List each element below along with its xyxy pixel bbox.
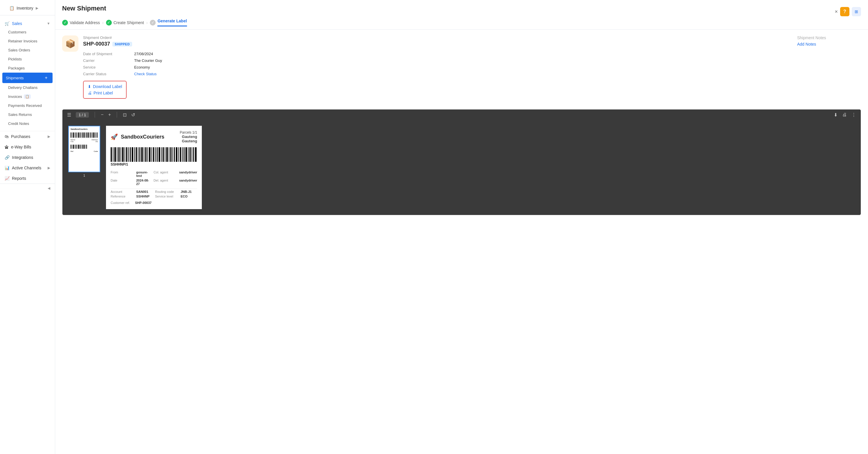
svg-rect-8 bbox=[81, 132, 81, 138]
carrier-label: Carrier bbox=[83, 58, 129, 63]
sidebar-item-delivery-challans[interactable]: Delivery Challans bbox=[0, 83, 55, 92]
pdf-more-button[interactable]: ⋮ bbox=[851, 112, 856, 118]
integrations-icon: 🔗 bbox=[5, 155, 9, 160]
active-channels-icon: 📊 bbox=[5, 165, 9, 170]
sidebar-item-sales[interactable]: 🛒 Sales ▼ bbox=[0, 18, 55, 28]
step-create-check-icon: ✓ bbox=[106, 20, 112, 26]
sidebar-item-integrations[interactable]: 🔗 Integrations bbox=[0, 152, 55, 163]
date-value: 27/08/2024 bbox=[134, 52, 791, 56]
close-button[interactable]: × bbox=[835, 9, 838, 15]
svg-rect-19 bbox=[96, 132, 96, 138]
courier-icon: 🚀 bbox=[111, 133, 118, 140]
sidebar-item-retainer-invoices[interactable]: Retainer Invoices bbox=[0, 37, 55, 46]
svg-rect-37 bbox=[117, 147, 117, 162]
sidebar-item-invoices[interactable]: Invoices 📋 bbox=[0, 92, 55, 101]
svg-rect-59 bbox=[159, 147, 160, 162]
svg-rect-36 bbox=[115, 147, 116, 162]
sidebar-item-shipments[interactable]: Shipments + bbox=[2, 72, 53, 83]
svg-rect-41 bbox=[125, 147, 125, 162]
svg-rect-35 bbox=[113, 147, 113, 162]
pdf-main-label: 🚀 SandboxCouriers Parcels 1/1 Gauteng Ga… bbox=[106, 126, 202, 209]
pdf-fit-button[interactable]: ⊡ bbox=[123, 112, 127, 118]
svg-rect-25 bbox=[76, 145, 76, 149]
inventory-label: Inventory bbox=[17, 6, 33, 10]
add-shipment-button[interactable]: + bbox=[43, 75, 49, 81]
svg-rect-66 bbox=[173, 147, 173, 162]
pdf-rotate-button[interactable]: ↺ bbox=[131, 112, 135, 118]
print-label-button[interactable]: 🖨 Print Label bbox=[88, 91, 122, 95]
pdf-print-button[interactable]: 🖨 bbox=[842, 112, 847, 117]
svg-rect-43 bbox=[128, 147, 129, 162]
pdf-thumbnail[interactable]: SandboxCouriers bbox=[68, 126, 100, 172]
svg-rect-12 bbox=[86, 132, 87, 138]
svg-rect-52 bbox=[145, 147, 146, 162]
sidebar-item-reports[interactable]: 📈 Reports bbox=[0, 173, 55, 184]
purchases-icon: 🛍 bbox=[5, 134, 9, 139]
sidebar-item-sales-returns[interactable]: Sales Returns bbox=[0, 110, 55, 119]
help-button[interactable]: ? bbox=[840, 7, 849, 16]
svg-rect-30 bbox=[82, 145, 83, 149]
thumb-footer: RefCode bbox=[70, 150, 98, 152]
pdf-menu-button[interactable]: ☰ bbox=[67, 112, 71, 118]
grid-button[interactable]: ⊞ bbox=[852, 7, 861, 16]
sidebar-item-purchases[interactable]: 🛍 Purchases ▶ bbox=[0, 131, 55, 142]
step-generate-label[interactable]: ✓ Generate Label bbox=[150, 16, 187, 29]
sidebar-item-picklists[interactable]: Picklists bbox=[0, 55, 55, 64]
step-create-shipment[interactable]: ✓ Create Shipment bbox=[106, 17, 144, 28]
sales-arrow-icon: ▼ bbox=[47, 22, 50, 26]
page-title: New Shipment bbox=[62, 5, 187, 12]
svg-rect-38 bbox=[119, 147, 120, 162]
shipment-details: Shipment Order# SHP-00037 SHIPPED Date o… bbox=[83, 35, 791, 103]
pdf-content: SandboxCouriers bbox=[62, 120, 861, 215]
pdf-page-info: 1 / 1 bbox=[76, 112, 89, 118]
svg-rect-50 bbox=[141, 147, 143, 162]
header-left: New Shipment ✓ Validate Address › ✓ Crea… bbox=[62, 5, 187, 29]
svg-rect-18 bbox=[94, 132, 95, 138]
service-key: Service level bbox=[155, 194, 178, 198]
step-validate-address[interactable]: ✓ Validate Address bbox=[62, 17, 100, 28]
sales-icon: 🛒 bbox=[5, 21, 9, 26]
svg-rect-34 bbox=[111, 147, 112, 162]
service-val: ECO bbox=[181, 194, 197, 198]
sidebar-item-packages[interactable]: Packages bbox=[0, 64, 55, 72]
sidebar-item-active-channels[interactable]: 📊 Active Channels ▶ bbox=[0, 163, 55, 173]
svg-rect-77 bbox=[193, 147, 194, 162]
check-status-link[interactable]: Check Status bbox=[134, 72, 791, 76]
sidebar-item-sales-orders[interactable]: Sales Orders bbox=[0, 46, 55, 55]
del-agent-val: sandydriver bbox=[179, 179, 197, 186]
svg-rect-47 bbox=[135, 147, 137, 162]
info-grid: Date of Shipment 27/08/2024 Carrier The … bbox=[83, 52, 791, 76]
add-notes-link[interactable]: Add Notes bbox=[797, 42, 816, 47]
thumb-barcode-top bbox=[70, 132, 98, 138]
active-channels-label: Active Channels bbox=[12, 165, 41, 170]
svg-rect-20 bbox=[97, 132, 97, 138]
sidebar-item-eway[interactable]: 🛣 e-Way Bills bbox=[0, 142, 55, 152]
shipment-order-label: Shipment Order# bbox=[83, 35, 791, 40]
collapse-icon: ◀ bbox=[48, 186, 50, 190]
download-label-button[interactable]: ⬇ Download Label bbox=[88, 84, 122, 89]
svg-rect-69 bbox=[178, 147, 179, 162]
sidebar-item-customers[interactable]: Customers bbox=[0, 28, 55, 37]
sales-section: 🛒 Sales ▼ Customers Retainer Invoices Sa… bbox=[0, 16, 55, 131]
pdf-zoom-in-button[interactable]: + bbox=[108, 112, 111, 117]
sidebar-item-inventory[interactable]: 📋 Inventory ▶ bbox=[5, 3, 43, 12]
pdf-toolbar: ☰ 1 / 1 − + ⊡ ↺ ⬇ 🖨 ⋮ bbox=[62, 110, 861, 120]
sidebar-item-payments-received[interactable]: Payments Received bbox=[0, 101, 55, 110]
reports-label: Reports bbox=[12, 176, 26, 181]
pdf-download-button[interactable]: ⬇ bbox=[834, 112, 838, 118]
label-company-name: SandboxCouriers bbox=[121, 134, 164, 140]
pdf-zoom-out-button[interactable]: − bbox=[101, 112, 103, 117]
sidebar-item-credit-notes[interactable]: Credit Notes bbox=[0, 119, 55, 128]
svg-rect-21 bbox=[70, 145, 71, 149]
svg-rect-72 bbox=[184, 147, 184, 162]
sidebar-collapse-button[interactable]: ◀ bbox=[0, 184, 55, 192]
shipment-notes: Shipment Notes Add Notes bbox=[797, 35, 861, 103]
svg-rect-16 bbox=[92, 132, 92, 138]
svg-rect-27 bbox=[78, 145, 79, 149]
date-val: 2024-08-27 bbox=[136, 179, 151, 186]
svg-rect-4 bbox=[76, 132, 76, 138]
main-content: 📦 Shipment Order# SHP-00037 SHIPPED Date… bbox=[55, 30, 868, 454]
purchases-arrow-icon: ▶ bbox=[48, 134, 50, 139]
svg-rect-2 bbox=[73, 132, 74, 138]
svg-rect-49 bbox=[140, 147, 140, 162]
